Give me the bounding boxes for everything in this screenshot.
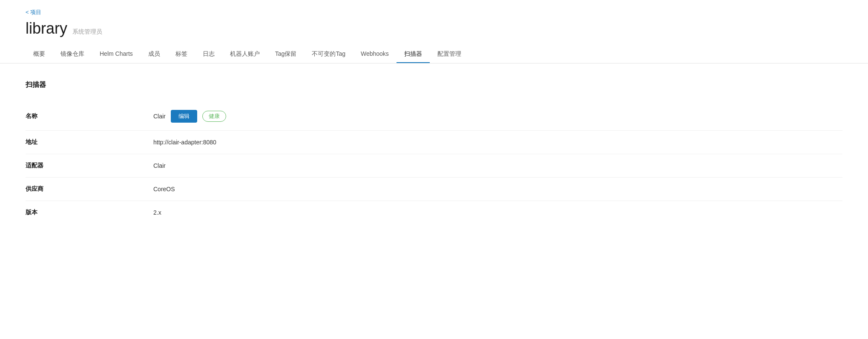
tab-webhooks[interactable]: Webhooks bbox=[353, 46, 397, 63]
label-adapter: 适配器 bbox=[26, 162, 153, 170]
vendor-value: CoreOS bbox=[153, 186, 175, 192]
project-role: 系统管理员 bbox=[72, 28, 102, 36]
tab-members[interactable]: 成员 bbox=[141, 46, 168, 63]
tab-tag-retention[interactable]: Tag保留 bbox=[267, 46, 305, 63]
tab-overview[interactable]: 概要 bbox=[26, 46, 53, 63]
label-vendor: 供应商 bbox=[26, 185, 153, 193]
top-header: < 项目 library 系统管理员 bbox=[0, 0, 868, 37]
label-name: 名称 bbox=[26, 112, 153, 120]
section-title: 扫描器 bbox=[26, 80, 842, 89]
tab-config[interactable]: 配置管理 bbox=[430, 46, 469, 63]
tab-robot-accounts[interactable]: 机器人账户 bbox=[222, 46, 267, 63]
info-row-name: 名称 Clair 编辑 健康 bbox=[26, 102, 842, 131]
version-value: 2.x bbox=[153, 209, 161, 216]
info-row-version: 版本 2.x bbox=[26, 201, 842, 224]
value-name: Clair 编辑 健康 bbox=[153, 110, 226, 123]
tab-helm-charts[interactable]: Helm Charts bbox=[92, 46, 141, 63]
info-row-address: 地址 http://clair-adapter:8080 bbox=[26, 131, 842, 154]
value-address: http://clair-adapter:8080 bbox=[153, 139, 216, 146]
tab-logs[interactable]: 日志 bbox=[195, 46, 222, 63]
nav-tabs: 概要 镜像仓库 Helm Charts 成员 标签 日志 机器人账户 Tag保留… bbox=[0, 46, 868, 63]
tab-immutable-tag[interactable]: 不可变的Tag bbox=[304, 46, 353, 63]
adapter-value: Clair bbox=[153, 162, 166, 169]
scanner-info-table: 名称 Clair 编辑 健康 地址 http://clair-adapter:8… bbox=[26, 102, 842, 224]
project-title-area: library 系统管理员 bbox=[26, 20, 842, 37]
tab-scanner[interactable]: 扫描器 bbox=[397, 46, 430, 63]
content-area: 扫描器 名称 Clair 编辑 健康 地址 http://clair-adapt… bbox=[0, 63, 868, 241]
value-version: 2.x bbox=[153, 209, 161, 216]
info-row-vendor: 供应商 CoreOS bbox=[26, 178, 842, 201]
label-address: 地址 bbox=[26, 138, 153, 146]
label-version: 版本 bbox=[26, 209, 153, 216]
scanner-name-value: Clair bbox=[153, 113, 166, 120]
edit-button[interactable]: 编辑 bbox=[171, 110, 197, 123]
value-vendor: CoreOS bbox=[153, 186, 175, 192]
project-name: library bbox=[26, 20, 67, 37]
status-badge: 健康 bbox=[202, 111, 226, 122]
page-container: < 项目 library 系统管理员 概要 镜像仓库 Helm Charts 成… bbox=[0, 0, 868, 339]
info-row-adapter: 适配器 Clair bbox=[26, 154, 842, 178]
tab-tags[interactable]: 标签 bbox=[168, 46, 195, 63]
address-value: http://clair-adapter:8080 bbox=[153, 139, 216, 146]
value-adapter: Clair bbox=[153, 162, 166, 169]
back-link[interactable]: < 项目 bbox=[26, 9, 41, 16]
tab-image-repo[interactable]: 镜像仓库 bbox=[53, 46, 92, 63]
